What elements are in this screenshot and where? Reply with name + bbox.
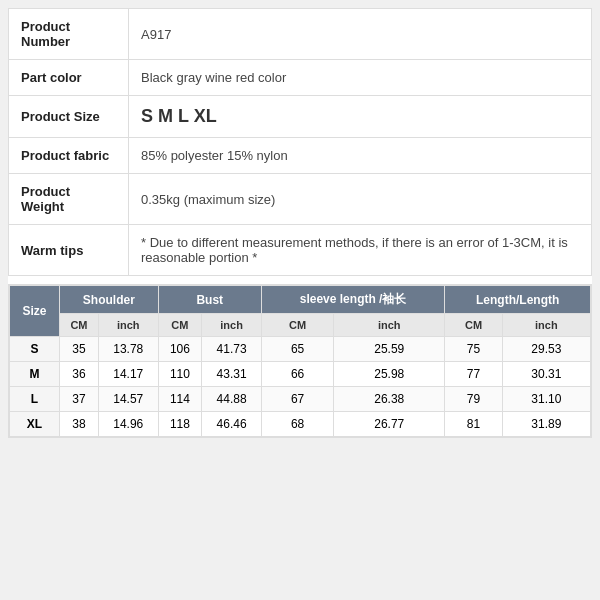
shoulder-inch-cell: 13.78 xyxy=(98,337,158,362)
info-label: Warm tips xyxy=(9,225,129,276)
length-cm-header: CM xyxy=(445,314,502,337)
sleeve-inch-header: inch xyxy=(334,314,445,337)
size-cell: L xyxy=(10,387,60,412)
shoulder-cm-cell: 37 xyxy=(60,387,99,412)
length-inch-cell: 31.89 xyxy=(502,412,590,437)
bust-inch-header: inch xyxy=(202,314,262,337)
bust-cm-cell: 106 xyxy=(158,337,202,362)
sleeve-inch-cell: 26.38 xyxy=(334,387,445,412)
shoulder-col-header: Shoulder xyxy=(60,286,159,314)
bust-cm-cell: 110 xyxy=(158,362,202,387)
sleeve-col-header: sleeve length /袖长 xyxy=(261,286,444,314)
info-value: * Due to different measurement methods, … xyxy=(129,225,592,276)
info-label: Part color xyxy=(9,60,129,96)
sleeve-inch-cell: 26.77 xyxy=(334,412,445,437)
shoulder-inch-cell: 14.57 xyxy=(98,387,158,412)
length-cm-cell: 79 xyxy=(445,387,502,412)
info-row: Product NumberA917 xyxy=(9,9,592,60)
size-row: L3714.5711444.886726.387931.10 xyxy=(10,387,591,412)
size-chart-section: Size Shoulder Bust sleeve length /袖长 Len… xyxy=(8,284,592,438)
length-col-header: Length/Length xyxy=(445,286,591,314)
bust-cm-cell: 118 xyxy=(158,412,202,437)
bust-cm-cell: 114 xyxy=(158,387,202,412)
info-value: S M L XL xyxy=(129,96,592,138)
size-cell: S xyxy=(10,337,60,362)
info-value: 85% polyester 15% nylon xyxy=(129,138,592,174)
bust-inch-cell: 46.46 xyxy=(202,412,262,437)
size-chart-header-row: Size Shoulder Bust sleeve length /袖长 Len… xyxy=(10,286,591,314)
size-row: S3513.7810641.736525.597529.53 xyxy=(10,337,591,362)
length-cm-cell: 75 xyxy=(445,337,502,362)
info-label: Product Size xyxy=(9,96,129,138)
info-row: Part colorBlack gray wine red color xyxy=(9,60,592,96)
info-row: Warm tips* Due to different measurement … xyxy=(9,225,592,276)
shoulder-inch-header: inch xyxy=(98,314,158,337)
sleeve-cm-cell: 65 xyxy=(261,337,333,362)
product-info-table: Product NumberA917Part colorBlack gray w… xyxy=(8,8,592,276)
size-chart-subheader-row: CM inch CM inch CM inch CM inch xyxy=(10,314,591,337)
size-cell: M xyxy=(10,362,60,387)
size-row: M3614.1711043.316625.987730.31 xyxy=(10,362,591,387)
info-label: Product Weight xyxy=(9,174,129,225)
shoulder-inch-cell: 14.17 xyxy=(98,362,158,387)
size-row: XL3814.9611846.466826.778131.89 xyxy=(10,412,591,437)
length-inch-header: inch xyxy=(502,314,590,337)
sleeve-inch-cell: 25.98 xyxy=(334,362,445,387)
bust-cm-header: CM xyxy=(158,314,202,337)
length-inch-cell: 31.10 xyxy=(502,387,590,412)
bust-inch-cell: 44.88 xyxy=(202,387,262,412)
shoulder-cm-header: CM xyxy=(60,314,99,337)
info-value: A917 xyxy=(129,9,592,60)
shoulder-cm-cell: 36 xyxy=(60,362,99,387)
info-label: Product fabric xyxy=(9,138,129,174)
info-row: Product SizeS M L XL xyxy=(9,96,592,138)
bust-inch-cell: 43.31 xyxy=(202,362,262,387)
product-detail-container: Product NumberA917Part colorBlack gray w… xyxy=(8,8,592,438)
bust-col-header: Bust xyxy=(158,286,261,314)
sleeve-cm-header: CM xyxy=(261,314,333,337)
length-inch-cell: 30.31 xyxy=(502,362,590,387)
shoulder-inch-cell: 14.96 xyxy=(98,412,158,437)
bust-inch-cell: 41.73 xyxy=(202,337,262,362)
size-col-header: Size xyxy=(10,286,60,337)
info-row: Product fabric85% polyester 15% nylon xyxy=(9,138,592,174)
length-cm-cell: 81 xyxy=(445,412,502,437)
info-value: 0.35kg (maximum size) xyxy=(129,174,592,225)
sleeve-inch-cell: 25.59 xyxy=(334,337,445,362)
length-inch-cell: 29.53 xyxy=(502,337,590,362)
length-cm-cell: 77 xyxy=(445,362,502,387)
shoulder-cm-cell: 38 xyxy=(60,412,99,437)
sleeve-cm-cell: 67 xyxy=(261,387,333,412)
shoulder-cm-cell: 35 xyxy=(60,337,99,362)
info-label: Product Number xyxy=(9,9,129,60)
sleeve-cm-cell: 66 xyxy=(261,362,333,387)
size-chart-table: Size Shoulder Bust sleeve length /袖长 Len… xyxy=(9,285,591,437)
info-row: Product Weight0.35kg (maximum size) xyxy=(9,174,592,225)
info-value: Black gray wine red color xyxy=(129,60,592,96)
size-cell: XL xyxy=(10,412,60,437)
sleeve-cm-cell: 68 xyxy=(261,412,333,437)
